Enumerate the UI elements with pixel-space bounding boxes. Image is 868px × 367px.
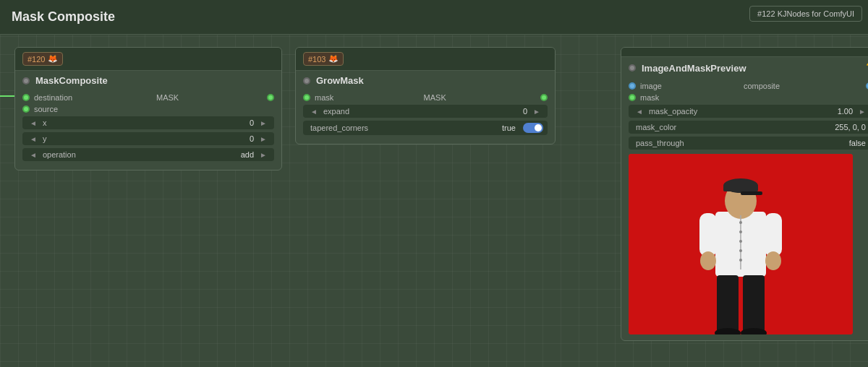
- node-title-grow-mask: GrowMask: [316, 75, 364, 86]
- slider-row-mask-color[interactable]: mask_color 255, 0, 0: [629, 121, 868, 134]
- conn-row-mask-input: mask MASK: [303, 93, 548, 102]
- svg-point-20: [739, 221, 742, 224]
- node-body-mask-composite: destination MASK source ◄ x 0 ► ◄ y 0 ► …: [15, 87, 281, 170]
- slider-label-tapered: tapered_corners: [310, 124, 502, 132]
- arrow-left-x[interactable]: ◄: [27, 119, 40, 127]
- node-body-preview: image composite mask ◄ mask_opacity 1.00…: [621, 76, 868, 340]
- dot-destination-right: [267, 94, 274, 101]
- node-id-badge-103: #103 🦊: [303, 52, 344, 66]
- slider-row-mask-opacity[interactable]: ◄ mask_opacity 1.00 ►: [629, 105, 868, 118]
- svg-rect-13: [699, 213, 717, 256]
- svg-point-15: [700, 251, 716, 270]
- slider-value-pass-through: false: [849, 139, 866, 147]
- dot-mask-out: [540, 94, 548, 101]
- node-title-preview: ImageAndMaskPreview: [642, 63, 746, 74]
- grow-mask-node: #103 🦊 GrowMask mask MASK ◄ expand 0 ► t…: [295, 47, 556, 144]
- svg-point-16: [765, 251, 781, 270]
- svg-point-24: [739, 259, 742, 262]
- label-source: source: [34, 105, 58, 113]
- slider-row-expand[interactable]: ◄ expand 0 ►: [303, 105, 548, 118]
- dot-source: [22, 105, 30, 113]
- dot-mask-preview-in: [629, 94, 636, 101]
- dot-destination: [22, 94, 30, 101]
- page-title: Mask Composite: [12, 9, 115, 25]
- svg-rect-18: [743, 275, 765, 333]
- arrow-right-operation[interactable]: ►: [257, 151, 270, 159]
- conn-row-source: source: [22, 105, 274, 113]
- value-composite: composite: [744, 82, 780, 90]
- arrow-left-operation[interactable]: ◄: [27, 151, 40, 159]
- slider-value-x: 0: [250, 118, 254, 127]
- arrow-left-opacity[interactable]: ◄: [633, 108, 646, 116]
- node-status-dot: [22, 77, 30, 85]
- node-body-grow-mask: mask MASK ◄ expand 0 ► tapered_corners t…: [296, 87, 555, 144]
- type-mask-out: MASK: [424, 93, 446, 102]
- dot-image-in: [629, 82, 636, 90]
- dot-mask-in: [303, 94, 310, 101]
- slider-row-x[interactable]: ◄ x 0 ►: [22, 116, 274, 129]
- arrow-right-expand[interactable]: ►: [530, 108, 543, 116]
- node-title-mask-composite: MaskComposite: [35, 75, 108, 86]
- node-id-badge-120: #120 🦊: [22, 52, 63, 66]
- slider-label-mask-color: mask_color: [636, 123, 835, 131]
- conn-row-mask-preview: mask: [629, 93, 868, 102]
- preview-image-svg: [629, 154, 853, 334]
- node-status-dot-grow: [303, 77, 310, 85]
- svg-rect-11: [723, 186, 758, 191]
- slider-row-y[interactable]: ◄ y 0 ►: [22, 132, 274, 145]
- svg-rect-17: [717, 275, 739, 333]
- slider-label-pass-through: pass_through: [636, 139, 849, 147]
- arrow-right-y[interactable]: ►: [257, 135, 270, 143]
- slider-label-x: x: [43, 118, 250, 127]
- slider-row-tapered[interactable]: tapered_corners true: [303, 121, 548, 135]
- node-header-mask-composite: #120 🦊: [15, 48, 281, 71]
- slider-value-tapered: true: [502, 124, 516, 132]
- slider-value-y: 0: [250, 134, 254, 143]
- title-bar: Mask Composite: [0, 0, 868, 35]
- top-right-badge: #122 KJNodes for ComfyUI: [749, 6, 862, 22]
- conn-row-destination: destination MASK: [22, 93, 274, 102]
- slider-row-pass-through[interactable]: pass_through false: [629, 137, 868, 150]
- label-image: image: [640, 82, 662, 90]
- slider-label-operation: operation: [43, 150, 241, 159]
- slider-label-opacity: mask_opacity: [649, 107, 838, 116]
- slider-label-y: y: [43, 134, 250, 143]
- svg-point-21: [739, 230, 742, 233]
- image-mask-preview-node: ImageAndMaskPreview ? image composite ma…: [621, 47, 868, 341]
- slider-row-operation[interactable]: ◄ operation add ►: [22, 148, 274, 161]
- slider-label-expand: expand: [323, 107, 523, 116]
- svg-rect-14: [765, 213, 782, 256]
- arrow-left-y[interactable]: ◄: [27, 135, 40, 143]
- label-mask-in: mask: [315, 93, 333, 102]
- slider-value-opacity: 1.00: [838, 107, 853, 116]
- label-destination: destination: [34, 93, 72, 102]
- toggle-container-tapered: true: [502, 123, 543, 133]
- arrow-right-opacity[interactable]: ►: [856, 108, 868, 116]
- node-header-preview: [621, 48, 868, 57]
- label-mask-preview: mask: [640, 93, 659, 102]
- node-header-grow-mask: #103 🦊: [296, 48, 555, 71]
- svg-point-23: [739, 249, 742, 252]
- arrow-left-expand[interactable]: ◄: [307, 108, 320, 116]
- slider-value-operation: add: [241, 150, 254, 159]
- slider-value-mask-color: 255, 0, 0: [835, 123, 866, 131]
- mask-composite-node: #120 🦊 MaskComposite destination MASK so…: [14, 47, 282, 170]
- type-destination: MASK: [156, 93, 179, 102]
- conn-row-image: image composite: [629, 82, 868, 90]
- node-status-dot-preview: [629, 64, 636, 72]
- toggle-tapered[interactable]: [523, 123, 543, 133]
- image-preview-area: [629, 154, 853, 334]
- svg-point-22: [739, 240, 742, 243]
- arrow-right-x[interactable]: ►: [257, 119, 270, 127]
- slider-value-expand: 0: [523, 107, 527, 116]
- svg-rect-12: [741, 191, 762, 195]
